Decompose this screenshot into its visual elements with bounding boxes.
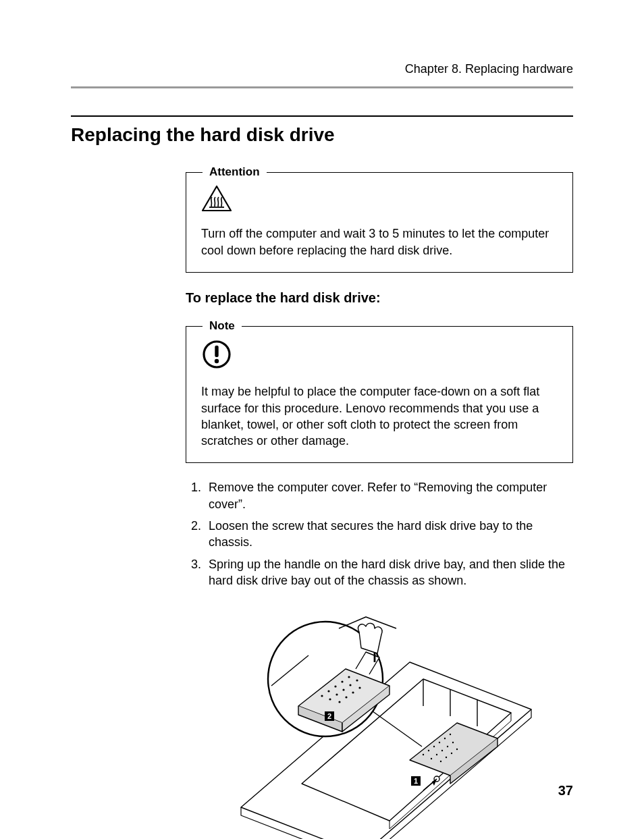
- svg-point-17: [446, 757, 447, 758]
- svg-point-27: [327, 691, 329, 693]
- step-item: Remove the computer cover. Refer to “Rem…: [205, 479, 573, 512]
- figure-callout-1: 1: [411, 776, 421, 786]
- svg-point-11: [431, 758, 432, 759]
- note-callout: Note It may be helpful to place the comp…: [186, 326, 573, 463]
- svg-rect-3: [215, 346, 218, 357]
- svg-point-9: [444, 738, 446, 739]
- page-number: 37: [558, 782, 573, 800]
- svg-point-38: [352, 692, 354, 694]
- page: Chapter 8. Replacing hardware Replacing …: [0, 0, 644, 839]
- attention-legend: Attention: [203, 165, 267, 180]
- section-title: Replacing the hard disk drive: [71, 122, 573, 148]
- attention-text: Turn off the computer and wait 3 to 5 mi…: [201, 225, 558, 259]
- header-rule: [71, 86, 573, 88]
- svg-point-39: [358, 687, 360, 689]
- svg-point-18: [451, 753, 452, 754]
- svg-point-7: [433, 746, 435, 747]
- svg-text:1: 1: [414, 777, 418, 785]
- svg-point-10: [450, 734, 451, 735]
- svg-point-36: [338, 701, 340, 703]
- svg-point-35: [356, 680, 358, 682]
- svg-point-15: [452, 742, 454, 743]
- svg-point-29: [341, 681, 343, 683]
- exclamation-icon: [201, 339, 558, 374]
- svg-point-4: [215, 359, 219, 363]
- content-column: Attention Turn off the computer and wait…: [186, 172, 573, 839]
- note-text: It may be helpful to place the computer …: [201, 383, 558, 449]
- svg-text:2: 2: [327, 712, 331, 720]
- svg-point-31: [329, 699, 331, 701]
- svg-point-16: [440, 761, 441, 762]
- svg-point-12: [436, 754, 437, 755]
- svg-point-37: [345, 697, 347, 699]
- hard-disk-figure: 1: [221, 605, 538, 839]
- svg-point-5: [423, 754, 424, 755]
- step-item: Spring up the handle on the hard disk dr…: [205, 556, 573, 589]
- svg-point-14: [447, 746, 448, 747]
- subheading: To replace the hard disk drive:: [186, 289, 573, 307]
- svg-point-33: [342, 689, 344, 691]
- svg-point-34: [349, 684, 351, 686]
- running-header: Chapter 8. Replacing hardware: [71, 61, 573, 77]
- svg-point-13: [441, 750, 443, 751]
- svg-point-30: [348, 676, 350, 678]
- svg-point-19: [456, 749, 458, 750]
- heat-warning-icon: [201, 185, 558, 216]
- svg-point-28: [334, 686, 336, 688]
- attention-callout: Attention Turn off the computer and wait…: [186, 172, 573, 273]
- svg-point-26: [321, 695, 323, 697]
- svg-point-32: [336, 694, 338, 696]
- note-legend: Note: [203, 319, 242, 334]
- svg-point-8: [439, 742, 440, 743]
- steps-list: Remove the computer cover. Refer to “Rem…: [205, 479, 573, 589]
- figure-callout-2: 2: [325, 711, 334, 721]
- step-item: Loosen the screw that secures the hard d…: [205, 518, 573, 551]
- section-rule: [71, 115, 573, 117]
- svg-point-6: [428, 750, 429, 751]
